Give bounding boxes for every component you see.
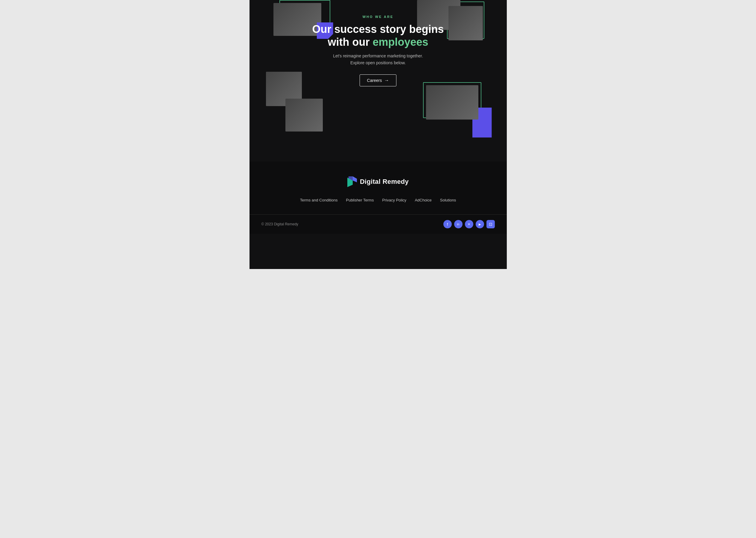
footer-link-privacy[interactable]: Privacy Policy <box>382 198 406 202</box>
linkedin-icon[interactable]: in <box>454 220 463 228</box>
footer-logo-area: Digital Remedy <box>249 176 507 187</box>
headline-line1: Our success story begins <box>312 23 444 35</box>
page-wrapper: WHO WE ARE Our success story begins with… <box>249 0 507 269</box>
twitter-x-icon[interactable]: ✕ <box>465 220 473 228</box>
copyright-text: © 2023 Digital Remedy <box>262 222 298 226</box>
hero-text-center: WHO WE ARE Our success story begins with… <box>249 12 507 86</box>
facebook-icon[interactable]: f <box>443 220 452 228</box>
subtext-line1: Let's reimagine performance marketing to… <box>333 53 423 58</box>
arrow-icon: → <box>384 78 389 83</box>
headline-line2-prefix: with our <box>328 36 372 48</box>
social-icons-group: f in ✕ ▶ ⊡ <box>443 220 495 228</box>
svg-marker-1 <box>353 176 357 182</box>
who-we-are-label: WHO WE ARE <box>249 15 507 19</box>
careers-button[interactable]: Careers → <box>360 75 397 86</box>
footer: Digital Remedy Terms and Conditions Publ… <box>249 161 507 234</box>
footer-link-publisher[interactable]: Publisher Terms <box>346 198 374 202</box>
instagram-icon[interactable]: ⊡ <box>486 220 495 228</box>
footer-link-adchoice[interactable]: AdChoice <box>415 198 431 202</box>
photo-cluster-bottom-right <box>423 82 492 137</box>
who-we-are-section: WHO WE ARE Our success story begins with… <box>249 0 507 137</box>
footer-navigation: Terms and Conditions Publisher Terms Pri… <box>249 198 507 202</box>
employee-photo-6 <box>426 85 478 120</box>
hero-subtext: Let's reimagine performance marketing to… <box>249 53 507 66</box>
youtube-icon[interactable]: ▶ <box>476 220 484 228</box>
logo-icon <box>347 176 357 187</box>
footer-link-solutions[interactable]: Solutions <box>440 198 456 202</box>
headline-highlight: employees <box>372 36 428 48</box>
footer-bottom-bar: © 2023 Digital Remedy f in ✕ ▶ ⊡ <box>249 215 507 234</box>
footer-logo-text: Digital Remedy <box>360 178 409 186</box>
subtext-line2: Explore open positions below. <box>350 60 406 65</box>
spacer <box>249 137 507 161</box>
hero-headline: Our success story begins with our employ… <box>249 23 507 48</box>
employee-photo-5 <box>285 99 323 132</box>
careers-button-label: Careers <box>367 78 382 83</box>
footer-link-terms[interactable]: Terms and Conditions <box>300 198 338 202</box>
